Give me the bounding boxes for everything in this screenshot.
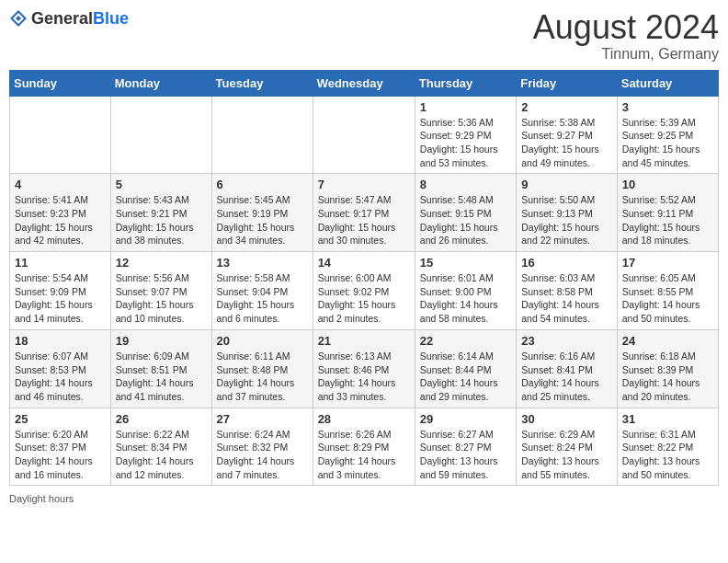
day-number: 11 (15, 256, 106, 270)
month-title: August 2024 (533, 9, 719, 46)
calendar-cell: 25Sunrise: 6:20 AM Sunset: 8:37 PM Dayli… (10, 408, 111, 486)
weekday-header-tuesday: Tuesday (211, 70, 313, 96)
day-number: 1 (420, 100, 511, 114)
day-info: Sunrise: 6:05 AM Sunset: 8:55 PM Dayligh… (622, 271, 713, 326)
calendar-cell: 26Sunrise: 6:22 AM Sunset: 8:34 PM Dayli… (110, 408, 211, 486)
day-info: Sunrise: 5:39 AM Sunset: 9:25 PM Dayligh… (622, 116, 713, 170)
day-number: 5 (116, 178, 207, 191)
day-info: Sunrise: 5:58 AM Sunset: 9:04 PM Dayligh… (217, 271, 308, 326)
day-number: 21 (318, 334, 410, 348)
day-number: 26 (116, 412, 207, 426)
day-number: 15 (420, 256, 511, 270)
day-number: 14 (318, 256, 410, 270)
calendar-week-row: 4Sunrise: 5:41 AM Sunset: 9:23 PM Daylig… (10, 174, 719, 252)
title-block: August 2024 Tinnum, Germany (533, 9, 719, 63)
calendar-cell: 30Sunrise: 6:29 AM Sunset: 8:24 PM Dayli… (517, 408, 618, 486)
day-number: 18 (15, 334, 106, 348)
day-info: Sunrise: 6:27 AM Sunset: 8:27 PM Dayligh… (420, 428, 511, 482)
day-info: Sunrise: 5:48 AM Sunset: 9:15 PM Dayligh… (420, 193, 511, 247)
calendar-cell (211, 96, 313, 174)
calendar-cell: 14Sunrise: 6:00 AM Sunset: 9:02 PM Dayli… (313, 252, 415, 330)
day-number: 8 (420, 178, 511, 191)
logo-blue-text: Blue (93, 10, 129, 27)
calendar-cell: 13Sunrise: 5:58 AM Sunset: 9:04 PM Dayli… (211, 252, 313, 330)
calendar-cell: 3Sunrise: 5:39 AM Sunset: 9:25 PM Daylig… (617, 96, 718, 174)
calendar-cell: 4Sunrise: 5:41 AM Sunset: 9:23 PM Daylig… (10, 174, 111, 252)
weekday-header-thursday: Thursday (415, 70, 516, 96)
calendar-cell: 10Sunrise: 5:52 AM Sunset: 9:11 PM Dayli… (617, 174, 718, 252)
calendar-week-row: 18Sunrise: 6:07 AM Sunset: 8:53 PM Dayli… (10, 329, 719, 408)
calendar-cell: 22Sunrise: 6:14 AM Sunset: 8:44 PM Dayli… (415, 329, 516, 408)
day-info: Sunrise: 5:47 AM Sunset: 9:17 PM Dayligh… (318, 193, 410, 247)
calendar-week-row: 11Sunrise: 5:54 AM Sunset: 9:09 PM Dayli… (10, 252, 719, 330)
calendar-cell: 23Sunrise: 6:16 AM Sunset: 8:41 PM Dayli… (517, 329, 618, 408)
calendar-cell: 20Sunrise: 6:11 AM Sunset: 8:48 PM Dayli… (211, 329, 313, 408)
day-number: 22 (420, 334, 511, 348)
calendar-cell: 27Sunrise: 6:24 AM Sunset: 8:32 PM Dayli… (211, 408, 313, 486)
weekday-header-wednesday: Wednesday (313, 70, 415, 96)
calendar-cell: 2Sunrise: 5:38 AM Sunset: 9:27 PM Daylig… (517, 96, 618, 174)
calendar-cell: 19Sunrise: 6:09 AM Sunset: 8:51 PM Dayli… (110, 329, 211, 408)
day-info: Sunrise: 6:22 AM Sunset: 8:34 PM Dayligh… (116, 428, 207, 482)
day-number: 6 (217, 178, 308, 191)
calendar-cell: 7Sunrise: 5:47 AM Sunset: 9:17 PM Daylig… (313, 174, 415, 252)
day-info: Sunrise: 5:43 AM Sunset: 9:21 PM Dayligh… (116, 193, 207, 247)
calendar-cell (313, 96, 415, 174)
calendar-cell: 1Sunrise: 5:36 AM Sunset: 9:29 PM Daylig… (415, 96, 516, 174)
day-info: Sunrise: 6:03 AM Sunset: 8:58 PM Dayligh… (521, 271, 612, 326)
calendar-cell: 8Sunrise: 5:48 AM Sunset: 9:15 PM Daylig… (415, 174, 516, 252)
day-info: Sunrise: 5:45 AM Sunset: 9:19 PM Dayligh… (217, 193, 308, 247)
calendar-cell: 15Sunrise: 6:01 AM Sunset: 9:00 PM Dayli… (415, 252, 516, 330)
day-info: Sunrise: 5:50 AM Sunset: 9:13 PM Dayligh… (521, 193, 612, 247)
day-info: Sunrise: 5:56 AM Sunset: 9:07 PM Dayligh… (116, 271, 207, 326)
weekday-header-saturday: Saturday (617, 70, 718, 96)
day-number: 13 (217, 256, 308, 270)
calendar-cell (10, 96, 111, 174)
day-number: 31 (622, 412, 713, 426)
calendar-table: SundayMondayTuesdayWednesdayThursdayFrid… (9, 70, 719, 487)
day-number: 30 (521, 412, 612, 426)
day-info: Sunrise: 6:01 AM Sunset: 9:00 PM Dayligh… (420, 271, 511, 326)
day-number: 9 (521, 178, 612, 191)
day-number: 20 (217, 334, 308, 348)
weekday-header-sunday: Sunday (10, 70, 111, 96)
day-number: 16 (521, 256, 612, 270)
day-info: Sunrise: 6:31 AM Sunset: 8:22 PM Dayligh… (622, 428, 713, 482)
calendar-cell: 24Sunrise: 6:18 AM Sunset: 8:39 PM Dayli… (617, 329, 718, 408)
calendar-cell: 18Sunrise: 6:07 AM Sunset: 8:53 PM Dayli… (10, 329, 111, 408)
page-header: General Blue August 2024 Tinnum, Germany (9, 9, 719, 63)
calendar-week-row: 25Sunrise: 6:20 AM Sunset: 8:37 PM Dayli… (10, 408, 719, 486)
calendar-cell: 5Sunrise: 5:43 AM Sunset: 9:21 PM Daylig… (110, 174, 211, 252)
day-info: Sunrise: 6:13 AM Sunset: 8:46 PM Dayligh… (318, 350, 410, 404)
day-info: Sunrise: 6:29 AM Sunset: 8:24 PM Dayligh… (521, 428, 612, 482)
day-info: Sunrise: 6:09 AM Sunset: 8:51 PM Dayligh… (116, 350, 207, 404)
day-number: 29 (420, 412, 511, 426)
calendar-cell: 29Sunrise: 6:27 AM Sunset: 8:27 PM Dayli… (415, 408, 516, 486)
calendar-cell: 11Sunrise: 5:54 AM Sunset: 9:09 PM Dayli… (10, 252, 111, 330)
logo-general-text: General (31, 10, 93, 27)
calendar-cell: 31Sunrise: 6:31 AM Sunset: 8:22 PM Dayli… (617, 408, 718, 486)
day-info: Sunrise: 5:38 AM Sunset: 9:27 PM Dayligh… (521, 116, 612, 170)
day-info: Sunrise: 6:18 AM Sunset: 8:39 PM Dayligh… (622, 350, 713, 404)
day-number: 25 (15, 412, 106, 426)
calendar-cell: 6Sunrise: 5:45 AM Sunset: 9:19 PM Daylig… (211, 174, 313, 252)
day-number: 28 (318, 412, 410, 426)
day-number: 27 (217, 412, 308, 426)
day-info: Sunrise: 6:11 AM Sunset: 8:48 PM Dayligh… (217, 350, 308, 404)
day-info: Sunrise: 6:07 AM Sunset: 8:53 PM Dayligh… (15, 350, 106, 404)
calendar-week-row: 1Sunrise: 5:36 AM Sunset: 9:29 PM Daylig… (10, 96, 719, 174)
day-info: Sunrise: 5:41 AM Sunset: 9:23 PM Dayligh… (15, 193, 106, 247)
logo: General Blue (9, 9, 129, 28)
calendar-cell: 28Sunrise: 6:26 AM Sunset: 8:29 PM Dayli… (313, 408, 415, 486)
calendar-cell: 12Sunrise: 5:56 AM Sunset: 9:07 PM Dayli… (110, 252, 211, 330)
day-info: Sunrise: 5:54 AM Sunset: 9:09 PM Dayligh… (15, 271, 106, 326)
day-info: Sunrise: 6:24 AM Sunset: 8:32 PM Dayligh… (217, 428, 308, 482)
day-info: Sunrise: 5:52 AM Sunset: 9:11 PM Dayligh… (622, 193, 713, 247)
day-info: Sunrise: 6:26 AM Sunset: 8:29 PM Dayligh… (318, 428, 410, 482)
calendar-cell (110, 96, 211, 174)
day-number: 23 (521, 334, 612, 348)
day-info: Sunrise: 6:20 AM Sunset: 8:37 PM Dayligh… (15, 428, 106, 482)
day-number: 24 (622, 334, 713, 348)
calendar-cell: 17Sunrise: 6:05 AM Sunset: 8:55 PM Dayli… (617, 252, 718, 330)
day-number: 7 (318, 178, 410, 191)
